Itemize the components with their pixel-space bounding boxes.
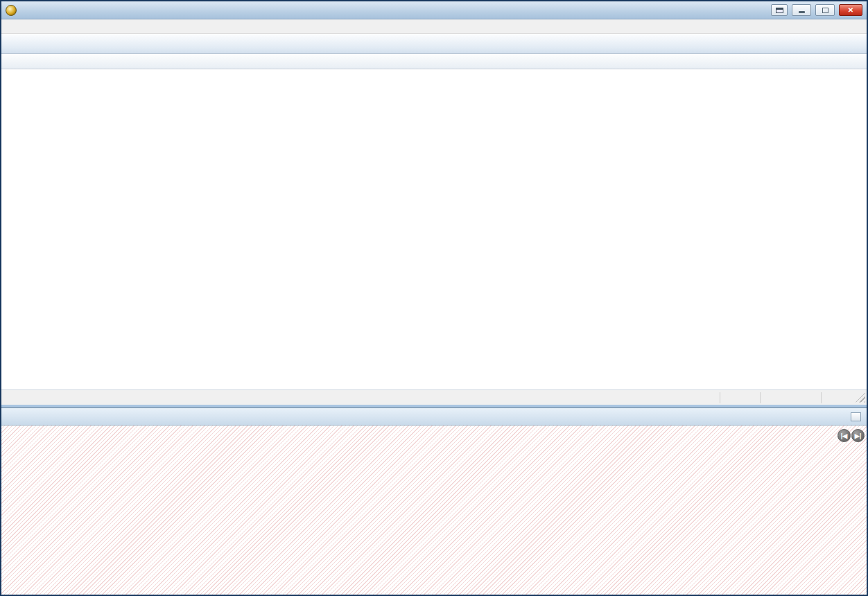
window-icon xyxy=(776,8,783,13)
chart-plot-area: |◀ ▶| xyxy=(1,426,867,595)
close-button[interactable]: ✕ xyxy=(839,4,862,16)
chart-close-button[interactable] xyxy=(851,412,861,421)
status-pane-2 xyxy=(821,392,853,403)
table-header xyxy=(1,54,867,69)
chart-panel: |◀ ▶| xyxy=(1,407,867,595)
maximize-icon xyxy=(822,8,828,13)
menu-bar xyxy=(1,19,867,34)
child-window-button[interactable] xyxy=(771,4,788,16)
chart-skip-back-button[interactable]: |◀ xyxy=(837,429,851,442)
table-body xyxy=(1,69,867,389)
title-bar: ✕ xyxy=(1,1,867,19)
minimize-icon xyxy=(799,11,805,13)
resize-grip[interactable] xyxy=(856,393,865,403)
close-icon: ✕ xyxy=(848,6,853,14)
chart-title-bar xyxy=(1,408,867,426)
app-icon xyxy=(6,5,17,16)
chart-skip-forward-button[interactable]: ▶| xyxy=(851,429,865,442)
status-pane-1 xyxy=(720,392,760,403)
measurement-table xyxy=(1,54,867,389)
minimize-button[interactable] xyxy=(792,4,811,16)
edl-recorder-window: ✕ |◀ ▶| xyxy=(0,0,868,596)
toolbar xyxy=(1,34,867,54)
status-bar xyxy=(1,389,867,405)
maximize-button[interactable] xyxy=(815,4,835,16)
status-num-indicator xyxy=(760,392,821,403)
